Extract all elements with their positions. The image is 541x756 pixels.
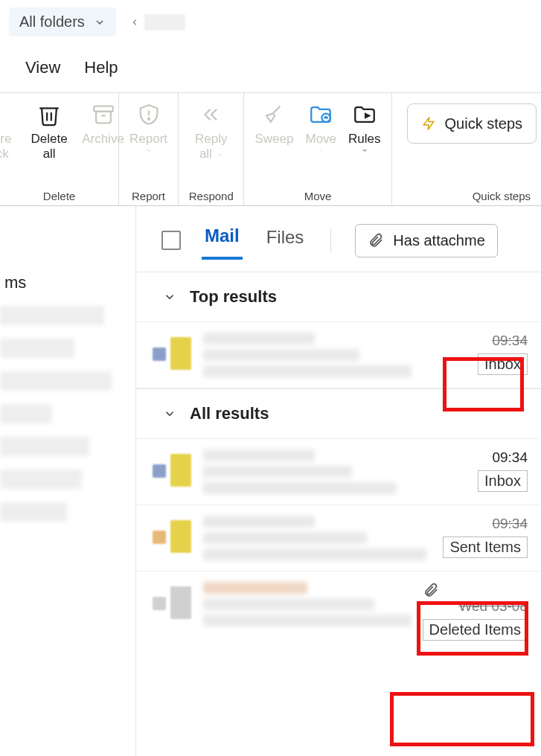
redacted-subject — [203, 532, 367, 544]
menu-help[interactable]: Help — [84, 58, 118, 77]
archive-icon — [89, 100, 118, 129]
redacted-folder — [0, 306, 104, 325]
folder-pane: ms — [0, 206, 135, 756]
redacted-folder — [0, 339, 74, 358]
quick-steps-button[interactable]: Quick steps — [407, 103, 537, 144]
tab-files[interactable]: Files — [263, 222, 307, 258]
avatar — [151, 516, 193, 557]
message-meta: Wed 03-08 Deleted Items — [423, 582, 528, 641]
group-label-respond: Respond — [189, 187, 234, 204]
archive-label: Archive — [82, 132, 124, 147]
section-title: Top results — [190, 287, 277, 307]
reply-all-label: Reply all — [191, 132, 232, 161]
redacted-folder — [0, 502, 67, 522]
redacted-preview — [203, 615, 412, 627]
section-title: All results — [190, 404, 269, 423]
redacted-preview — [203, 365, 412, 377]
redacted-folder — [0, 437, 89, 456]
chevron-down-icon — [316, 147, 325, 154]
shield-warning-icon — [135, 100, 163, 129]
redacted-folder — [0, 371, 112, 391]
group-label-delete: Delete — [43, 187, 75, 204]
message-time: 09:34 — [478, 449, 528, 466]
ribbon-group-quicksteps: Quick steps Quick steps — [392, 93, 541, 205]
svg-marker-8 — [423, 118, 433, 130]
redacted-preview — [203, 548, 426, 560]
svg-rect-2 — [94, 106, 113, 112]
folder-tag: Inbox — [478, 470, 528, 492]
redacted-sender — [203, 449, 315, 461]
move-button[interactable]: Move — [299, 96, 342, 154]
move-label: Move — [305, 132, 336, 147]
paperclip-icon — [368, 232, 384, 249]
redacted-folder — [0, 470, 82, 489]
message-date: Wed 03-08 — [423, 598, 528, 615]
chevron-down-icon — [94, 16, 106, 28]
message-time: 09:34 — [443, 516, 528, 532]
message-item[interactable]: 09:34 Sent Items — [136, 505, 541, 571]
group-label-quicksteps: Quick steps — [473, 187, 537, 204]
ribbon-truncated-left: ore ck — [0, 96, 22, 161]
quick-steps-label: Quick steps — [445, 115, 522, 132]
ribbon: ore ck Delete all Archive Delete — [0, 93, 541, 206]
message-meta: 09:34 Inbox — [478, 333, 528, 375]
redacted-preview — [203, 482, 397, 494]
report-label: Report — [129, 132, 167, 147]
delete-all-button[interactable]: Delete all — [22, 96, 76, 161]
svg-point-5 — [147, 118, 149, 120]
redacted-sender — [203, 516, 315, 528]
group-label-move: Move — [304, 187, 332, 204]
section-top-results[interactable]: Top results — [136, 272, 541, 322]
report-button[interactable]: Report — [124, 96, 173, 154]
message-time: 09:34 — [478, 333, 528, 349]
message-item[interactable]: Wed 03-08 Deleted Items — [136, 571, 541, 637]
folder-selector-label: All folders — [19, 13, 85, 31]
folder-rules-icon — [350, 100, 379, 129]
scope-bar: Mail Files Has attachme — [136, 206, 541, 260]
select-all-checkbox[interactable] — [161, 231, 181, 250]
message-item[interactable]: 09:34 Inbox — [136, 439, 541, 505]
avatar — [151, 582, 193, 624]
ribbon-group-move: Sweep Move Rules Move — [244, 93, 391, 205]
back-icon[interactable] — [129, 15, 140, 30]
redacted-area — [144, 14, 185, 31]
lightning-icon — [421, 115, 436, 132]
avatar — [151, 333, 193, 374]
redacted-subject — [203, 349, 359, 361]
message-item[interactable]: 09:34 Inbox — [136, 322, 541, 388]
folder-tag: Inbox — [478, 353, 528, 375]
menu-bar: View Help — [0, 45, 541, 93]
folder-tag: Sent Items — [443, 536, 528, 558]
ribbon-group-respond: Reply all Respond — [179, 93, 244, 205]
group-label-report: Report — [132, 187, 165, 204]
ribbon-group-delete: ore ck Delete all Archive Delete — [0, 93, 119, 205]
section-all-results[interactable]: All results — [136, 388, 541, 439]
divider — [330, 228, 331, 253]
redacted-sender — [203, 333, 315, 345]
reply-all-icon — [197, 100, 225, 129]
message-list-pane: Mail Files Has attachme Top results — [135, 206, 541, 756]
message-meta: 09:34 Inbox — [478, 449, 528, 492]
rules-label: Rules — [348, 132, 380, 147]
menu-view[interactable]: View — [25, 58, 60, 77]
chevron-down-icon — [360, 147, 369, 154]
reply-all-button[interactable]: Reply all — [185, 96, 238, 161]
folder-move-icon — [307, 100, 335, 129]
folder-selector[interactable]: All folders — [9, 7, 116, 36]
redacted-subject — [203, 598, 374, 610]
sweep-label: Sweep — [255, 132, 293, 147]
chevron-down-icon — [163, 407, 176, 420]
sweep-button[interactable]: Sweep — [249, 96, 299, 147]
filter-has-attachment[interactable]: Has attachme — [355, 224, 497, 257]
rules-button[interactable]: Rules — [342, 96, 386, 154]
message-meta: 09:34 Sent Items — [443, 516, 528, 558]
avatar — [151, 449, 193, 491]
trash-icon — [35, 100, 63, 129]
paperclip-icon — [423, 582, 528, 598]
folder-fragment: ms — [0, 273, 135, 292]
redacted-subject — [203, 466, 352, 478]
chevron-down-icon — [144, 147, 153, 154]
tab-mail[interactable]: Mail — [202, 221, 243, 260]
broom-icon — [260, 100, 288, 129]
filter-label: Has attachme — [393, 232, 484, 249]
